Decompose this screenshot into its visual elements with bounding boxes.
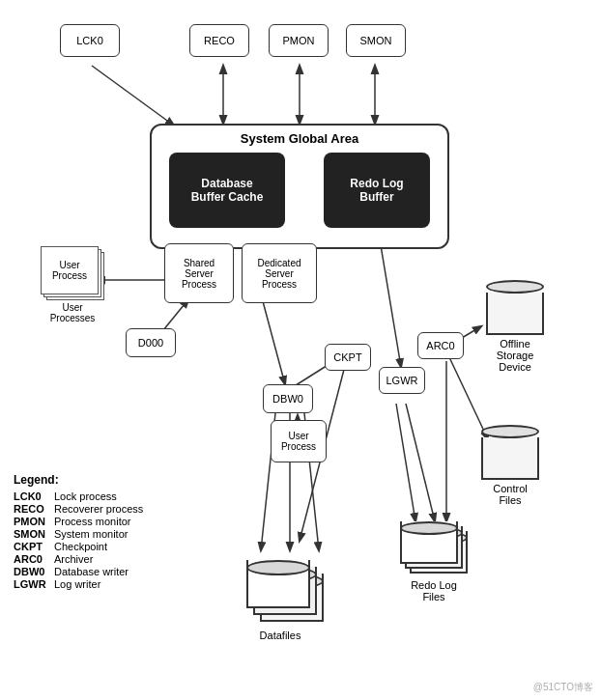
dedicated-server-box: DedicatedServerProcess: [242, 243, 317, 303]
smon-box: SMON: [346, 24, 406, 57]
offline-storage-label: OfflineStorageDevice: [497, 338, 534, 373]
redo-log-buffer-box: Redo LogBuffer: [324, 153, 430, 228]
arc0-box: ARC0: [417, 332, 464, 359]
legend-item-pmon: PMON Process monitor: [14, 516, 143, 527]
d000-label: D000: [138, 337, 163, 349]
legend-item-arc0: ARC0 Archiver: [14, 553, 143, 565]
dbw0-label: DBW0: [272, 393, 303, 405]
svg-line-0: [92, 66, 174, 126]
db-buffer-cache-label: DatabaseBuffer Cache: [191, 177, 264, 204]
shared-server-label: SharedServerProcess: [182, 258, 216, 290]
redo-log-buffer-label: Redo LogBuffer: [350, 177, 403, 204]
lgwr-box: LGWR: [379, 367, 425, 394]
lck0-box: LCK0: [60, 24, 120, 57]
lgwr-label: LGWR: [386, 375, 418, 386]
ckpt-box: CKPT: [325, 344, 371, 371]
legend-item-lck0: LCK0 Lock process: [14, 490, 143, 502]
reco-label: RECO: [204, 35, 235, 46]
reco-box: RECO: [189, 24, 249, 57]
user-process-label: UserProcess: [52, 260, 87, 281]
smon-label: SMON: [360, 35, 392, 46]
legend-item-dbw0: DBW0 Database writer: [14, 566, 143, 577]
legend: Legend: LCK0 Lock process RECO Recoverer…: [14, 473, 143, 591]
shared-server-box: SharedServerProcess: [164, 243, 234, 303]
legend-item-ckpt: CKPT Checkpoint: [14, 541, 143, 552]
offline-storage-cylinder: OfflineStorageDevice: [481, 280, 549, 373]
sga-label: System Global Area: [241, 131, 358, 146]
pmon-box: PMON: [269, 24, 329, 57]
dedicated-server-label: DedicatedServerProcess: [257, 258, 300, 290]
datafiles-label: Datafiles: [260, 630, 301, 641]
db-buffer-cache-box: DatabaseBuffer Cache: [169, 153, 285, 228]
watermark: @51CTO博客: [533, 681, 593, 694]
dbw0-box: DBW0: [263, 384, 313, 413]
legend-item-smon: SMON System monitor: [14, 528, 143, 540]
arc0-label: ARC0: [426, 340, 454, 351]
legend-title: Legend:: [14, 473, 143, 487]
control-files-label: ControlFiles: [493, 483, 527, 506]
svg-line-14: [406, 404, 435, 521]
control-files-cylinder: ControlFiles: [481, 425, 539, 506]
legend-item-lgwr: LGWR Log writer: [14, 578, 143, 590]
diagram-container: LCK0 RECO PMON SMON System Global Area D…: [0, 0, 601, 700]
user-process-lower-box: UserProcess: [271, 420, 327, 462]
ckpt-label: CKPT: [333, 351, 361, 363]
user-processes-label: User Processes: [41, 302, 104, 323]
svg-line-13: [396, 404, 415, 521]
sga-box: System Global Area DatabaseBuffer Cache …: [150, 124, 449, 249]
legend-item-reco: RECO Recoverer process: [14, 503, 143, 515]
pmon-label: PMON: [283, 35, 315, 46]
redo-log-files-label: Redo LogFiles: [411, 579, 457, 602]
d000-box: D000: [126, 328, 176, 357]
lck0-label: LCK0: [76, 35, 103, 46]
user-process-lower-label: UserProcess: [281, 431, 316, 452]
